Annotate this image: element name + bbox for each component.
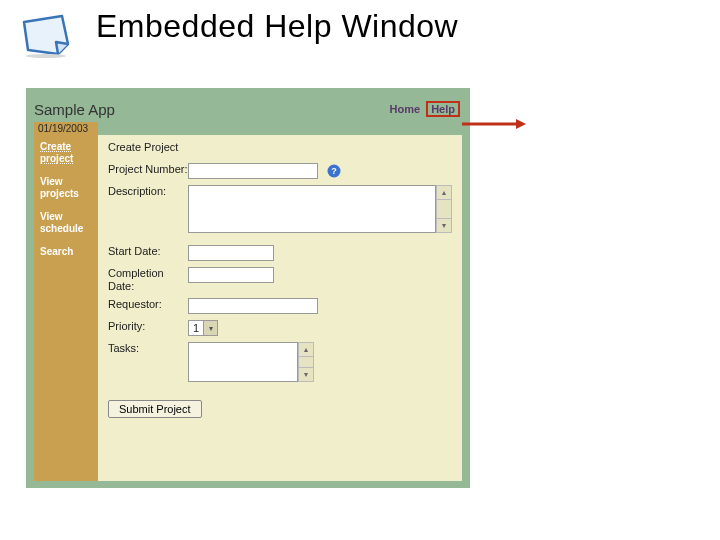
sidebar: Create project View projects View schedu… [34, 135, 98, 481]
date-strip: 01/19/2003 [34, 122, 98, 135]
chevron-down-icon: ▾ [203, 321, 217, 335]
listbox-tasks[interactable] [188, 342, 298, 382]
svg-point-0 [26, 54, 66, 58]
input-completion-date[interactable] [188, 267, 274, 283]
callout-arrow-icon [462, 116, 526, 128]
input-start-date[interactable] [188, 245, 274, 261]
sidebar-item-view-projects[interactable]: View projects [40, 176, 92, 199]
label-description: Description: [108, 185, 188, 198]
label-project-number: Project Number: [108, 163, 188, 176]
help-bubble-icon[interactable]: ? [326, 163, 342, 179]
note-icon [18, 14, 74, 62]
app-header: Sample App Home Help [34, 96, 462, 122]
svg-text:?: ? [331, 166, 337, 176]
label-tasks: Tasks: [108, 342, 188, 355]
submit-button[interactable]: Submit Project [108, 400, 202, 418]
input-description[interactable] [188, 185, 436, 233]
scroll-up-icon[interactable]: ▴ [437, 186, 451, 200]
sidebar-item-create-project[interactable]: Create project [40, 141, 92, 164]
main-panel: Create Project Project Number: ? Descrip… [98, 135, 462, 481]
label-priority: Priority: [108, 320, 188, 333]
nav-help-highlighted[interactable]: Help [426, 101, 460, 117]
label-requestor: Requestor: [108, 298, 188, 311]
scrollbar[interactable]: ▴ ▾ [436, 185, 452, 233]
scroll-down-icon[interactable]: ▾ [299, 367, 313, 381]
scroll-down-icon[interactable]: ▾ [437, 218, 451, 232]
svg-marker-4 [516, 119, 526, 129]
input-project-number[interactable] [188, 163, 318, 179]
sidebar-item-search[interactable]: Search [40, 246, 92, 258]
app-frame: Sample App Home Help 01/19/2003 Create p… [26, 88, 470, 488]
slide-title: Embedded Help Window [96, 8, 458, 45]
scroll-up-icon[interactable]: ▴ [299, 343, 313, 357]
input-requestor[interactable] [188, 298, 318, 314]
nav-home[interactable]: Home [390, 103, 421, 115]
label-completion-date: Completion Date: [108, 267, 188, 292]
app-nav: Home Help [390, 101, 460, 117]
page-heading: Create Project [108, 141, 452, 153]
label-start-date: Start Date: [108, 245, 188, 258]
select-priority-value: 1 [189, 322, 203, 334]
app-name: Sample App [34, 101, 115, 118]
sidebar-item-view-schedule[interactable]: View schedule [40, 211, 92, 234]
scrollbar[interactable]: ▴ ▾ [298, 342, 314, 382]
select-priority[interactable]: 1 ▾ [188, 320, 218, 336]
